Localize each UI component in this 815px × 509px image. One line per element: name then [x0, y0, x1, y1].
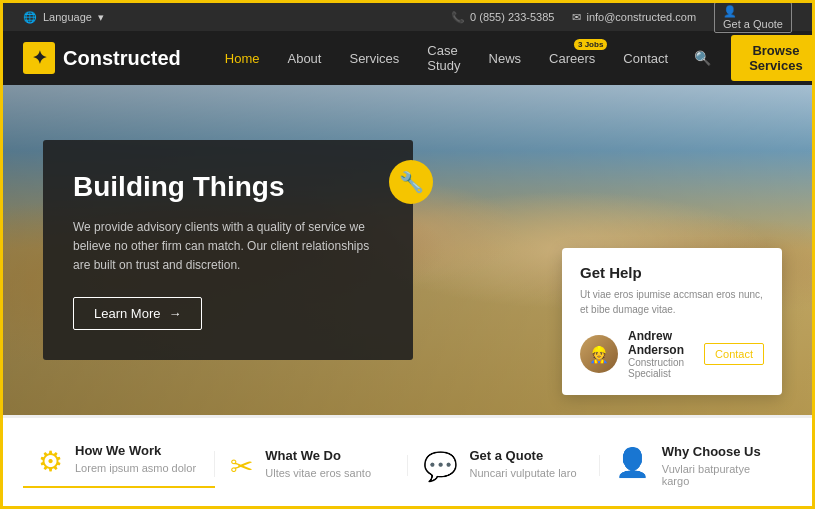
strip-text-what-we-do: What We Do Ultes vitae eros santo [265, 448, 371, 479]
browse-services-button[interactable]: Browse Services [731, 35, 815, 81]
top-bar-right: 📞 0 (855) 233-5385 ✉ info@constructed.co… [451, 2, 792, 33]
email-icon: ✉ [572, 11, 581, 24]
strip-item-what-we-do: ✂ What We Do Ultes vitae eros santo [215, 448, 407, 483]
language-label[interactable]: Language [43, 11, 92, 23]
strip-item-get-a-quote: 💬 Get a Quote Nuncari vulputate laro [408, 448, 600, 483]
avatar: 👷 [580, 335, 618, 373]
logo-text: Constructed [63, 47, 181, 70]
search-icon[interactable]: 🔍 [682, 50, 723, 66]
strip-title-1: What We Do [265, 448, 371, 463]
how-we-work-icon: ⚙ [38, 445, 63, 478]
phone-info: 📞 0 (855) 233-5385 [451, 11, 554, 24]
user-icon: 👤 [723, 5, 783, 18]
nav-link-services[interactable]: Services [335, 31, 413, 85]
get-a-quote-icon: 💬 [423, 450, 458, 483]
nav-link-about[interactable]: About [273, 31, 335, 85]
nav-links: Home About Services Case Study News Care… [211, 31, 682, 85]
top-bar: 🌐 Language ▾ 📞 0 (855) 233-5385 ✉ info@c… [3, 3, 812, 31]
nav-link-casestudy[interactable]: Case Study [413, 31, 474, 85]
why-choose-us-icon: 👤 [615, 446, 650, 479]
person-info: Andrew Anderson Construction Specialist [628, 329, 694, 379]
strip-title-2: Get a Quote [470, 448, 577, 463]
bottom-strip: ⚙ How We Work Lorem ipsum asmo dolor ✂ W… [3, 415, 812, 509]
person-role: Construction Specialist [628, 357, 694, 379]
strip-desc-1: Ultes vitae eros santo [265, 467, 371, 479]
get-help-title: Get Help [580, 264, 764, 281]
hero-description: We provide advisory clients with a quali… [73, 218, 383, 276]
nav-link-home[interactable]: Home [211, 31, 274, 85]
nav-link-careers[interactable]: Careers 3 Jobs [535, 31, 609, 85]
strip-title-3: Why Choose Us [662, 444, 777, 459]
careers-badge: 3 Jobs [574, 39, 607, 50]
strip-text-why-choose-us: Why Choose Us Vuvlari batpuratye kargo [662, 444, 777, 487]
strip-desc-0: Lorem ipsum asmo dolor [75, 462, 196, 474]
logo-symbol: ✦ [32, 47, 47, 69]
wrench-icon: 🔧 [399, 170, 424, 194]
get-help-person: 👷 Andrew Anderson Construction Specialis… [580, 329, 764, 379]
person-name: Andrew Anderson [628, 329, 694, 357]
phone-number: 0 (855) 233-5385 [470, 11, 554, 23]
hero-section: 🔧 Building Things We provide advisory cl… [3, 85, 812, 415]
avatar-icon: 👷 [589, 345, 609, 364]
what-we-do-icon: ✂ [230, 450, 253, 483]
strip-item-how-we-work: ⚙ How We Work Lorem ipsum asmo dolor [23, 443, 215, 488]
strip-text-how-we-work: How We Work Lorem ipsum asmo dolor [75, 443, 196, 474]
phone-icon: 📞 [451, 11, 465, 24]
arrow-right-icon: → [168, 306, 181, 321]
strip-title-0: How We Work [75, 443, 196, 458]
strip-desc-2: Nuncari vulputate laro [470, 467, 577, 479]
logo[interactable]: ✦ Constructed [23, 42, 181, 74]
get-quote-topbar-button[interactable]: 👤 Get a Quote [714, 2, 792, 33]
strip-desc-3: Vuvlari batpuratye kargo [662, 463, 777, 487]
hero-title: Building Things [73, 170, 383, 204]
learn-more-button[interactable]: Learn More → [73, 297, 202, 330]
strip-item-why-choose-us: 👤 Why Choose Us Vuvlari batpuratye kargo [600, 444, 792, 487]
navbar: ✦ Constructed Home About Services Case S… [3, 31, 812, 85]
top-bar-left: 🌐 Language ▾ [23, 11, 104, 24]
strip-text-get-a-quote: Get a Quote Nuncari vulputate laro [470, 448, 577, 479]
nav-link-news[interactable]: News [475, 31, 536, 85]
page-wrapper: 🌐 Language ▾ 📞 0 (855) 233-5385 ✉ info@c… [0, 0, 815, 509]
language-dropdown-icon: ▾ [98, 11, 104, 24]
contact-button[interactable]: Contact [704, 343, 764, 365]
nav-link-contact[interactable]: Contact [609, 31, 682, 85]
get-help-description: Ut viae eros ipumise accmsan eros nunc, … [580, 287, 764, 317]
email-address: info@constructed.com [586, 11, 696, 23]
hero-icon-badge: 🔧 [389, 160, 433, 204]
hero-card: 🔧 Building Things We provide advisory cl… [43, 140, 413, 360]
email-info: ✉ info@constructed.com [572, 11, 696, 24]
globe-icon: 🌐 [23, 11, 37, 24]
get-help-card: Get Help Ut viae eros ipumise accmsan er… [562, 248, 782, 395]
logo-icon: ✦ [23, 42, 55, 74]
